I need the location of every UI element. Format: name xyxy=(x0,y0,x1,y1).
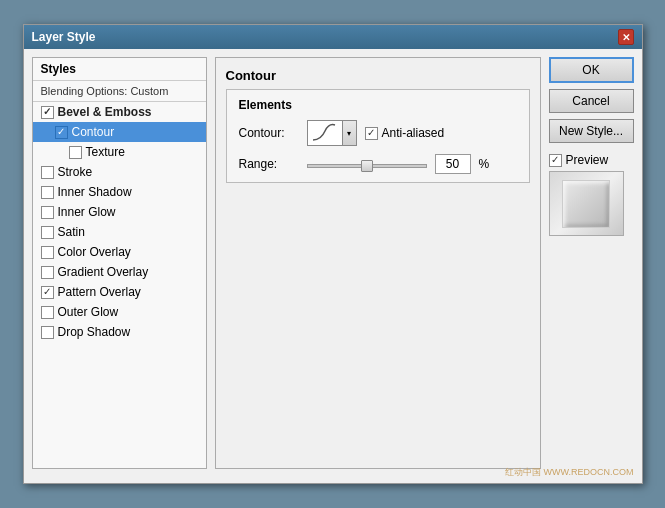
sidebar-item-inner-shadow[interactable]: Inner Shadow xyxy=(33,182,206,202)
pattern-overlay-label: Pattern Overlay xyxy=(58,285,141,299)
sidebar-item-contour[interactable]: Contour xyxy=(33,122,206,142)
sidebar-item-texture[interactable]: Texture xyxy=(33,142,206,162)
percent-sign: % xyxy=(479,157,490,171)
contour-preview[interactable] xyxy=(307,120,343,146)
anti-aliased-label: Anti-aliased xyxy=(382,126,445,140)
range-value-input[interactable] xyxy=(435,154,471,174)
preview-inner xyxy=(562,180,610,228)
contour-row: Contour: ▾ Anti- xyxy=(239,120,517,146)
preview-label-row: Preview xyxy=(549,153,634,167)
inner-glow-label: Inner Glow xyxy=(58,205,116,219)
satin-label: Satin xyxy=(58,225,85,239)
range-row: Range: % xyxy=(239,154,517,174)
sidebar-item-bevel-emboss[interactable]: Bevel & Emboss xyxy=(33,102,206,122)
dialog-footer: 红动中国 WWW.REDOCN.COM xyxy=(24,477,642,483)
sidebar-item-outer-glow[interactable]: Outer Glow xyxy=(33,302,206,322)
title-bar: Layer Style ✕ xyxy=(24,25,642,49)
contour-label: Contour xyxy=(72,125,115,139)
inner-shadow-checkbox[interactable] xyxy=(41,186,54,199)
left-panel: Styles Blending Options: Custom Bevel & … xyxy=(32,57,207,469)
range-slider-container xyxy=(307,157,427,171)
bevel-emboss-checkbox[interactable] xyxy=(41,106,54,119)
texture-label: Texture xyxy=(86,145,125,159)
inner-glow-checkbox[interactable] xyxy=(41,206,54,219)
inner-shadow-label: Inner Shadow xyxy=(58,185,132,199)
content-panel: Contour Elements Contour: xyxy=(215,57,541,469)
sidebar-item-inner-glow[interactable]: Inner Glow xyxy=(33,202,206,222)
sidebar-item-pattern-overlay[interactable]: Pattern Overlay xyxy=(33,282,206,302)
ok-button[interactable]: OK xyxy=(549,57,634,83)
outer-glow-checkbox[interactable] xyxy=(41,306,54,319)
outer-glow-label: Outer Glow xyxy=(58,305,119,319)
sidebar-item-color-overlay[interactable]: Color Overlay xyxy=(33,242,206,262)
drop-shadow-label: Drop Shadow xyxy=(58,325,131,339)
preview-box xyxy=(549,171,624,236)
main-content: Contour Elements Contour: xyxy=(215,57,541,469)
layer-style-dialog: Layer Style ✕ Styles Blending Options: C… xyxy=(23,24,643,484)
sidebar-item-gradient-overlay[interactable]: Gradient Overlay xyxy=(33,262,206,282)
preview-text: Preview xyxy=(566,153,609,167)
sidebar-item-satin[interactable]: Satin xyxy=(33,222,206,242)
section-title: Contour xyxy=(226,68,530,83)
sidebar-item-stroke[interactable]: Stroke xyxy=(33,162,206,182)
blending-options-label[interactable]: Blending Options: Custom xyxy=(33,81,206,102)
right-panel: OK Cancel New Style... Preview xyxy=(549,57,634,469)
preview-section: Preview xyxy=(549,153,634,236)
pattern-overlay-checkbox[interactable] xyxy=(41,286,54,299)
dialog-title: Layer Style xyxy=(32,30,96,44)
contour-preview-svg xyxy=(311,123,339,143)
contour-field-label: Contour: xyxy=(239,126,299,140)
gradient-overlay-checkbox[interactable] xyxy=(41,266,54,279)
range-slider[interactable] xyxy=(307,164,427,168)
elements-subsection: Elements Contour: ▾ xyxy=(226,89,530,183)
range-label: Range: xyxy=(239,157,299,171)
satin-checkbox[interactable] xyxy=(41,226,54,239)
close-icon: ✕ xyxy=(622,32,630,43)
color-overlay-checkbox[interactable] xyxy=(41,246,54,259)
anti-aliased-checkbox[interactable] xyxy=(365,127,378,140)
close-button[interactable]: ✕ xyxy=(618,29,634,45)
stroke-checkbox[interactable] xyxy=(41,166,54,179)
cancel-button[interactable]: Cancel xyxy=(549,89,634,113)
contour-checkbox[interactable] xyxy=(55,126,68,139)
anti-aliased-row: Anti-aliased xyxy=(365,126,445,140)
styles-header: Styles xyxy=(33,58,206,81)
drop-shadow-checkbox[interactable] xyxy=(41,326,54,339)
elements-title: Elements xyxy=(239,98,517,112)
texture-checkbox[interactable] xyxy=(69,146,82,159)
stroke-label: Stroke xyxy=(58,165,93,179)
new-style-button[interactable]: New Style... xyxy=(549,119,634,143)
contour-dropdown-btn[interactable]: ▾ xyxy=(343,120,357,146)
bevel-emboss-label: Bevel & Emboss xyxy=(58,105,152,119)
gradient-overlay-label: Gradient Overlay xyxy=(58,265,149,279)
preview-checkbox[interactable] xyxy=(549,154,562,167)
dialog-body: Styles Blending Options: Custom Bevel & … xyxy=(24,49,642,477)
sidebar-item-drop-shadow[interactable]: Drop Shadow xyxy=(33,322,206,342)
color-overlay-label: Color Overlay xyxy=(58,245,131,259)
watermark: 红动中国 WWW.REDOCN.COM xyxy=(505,466,634,479)
